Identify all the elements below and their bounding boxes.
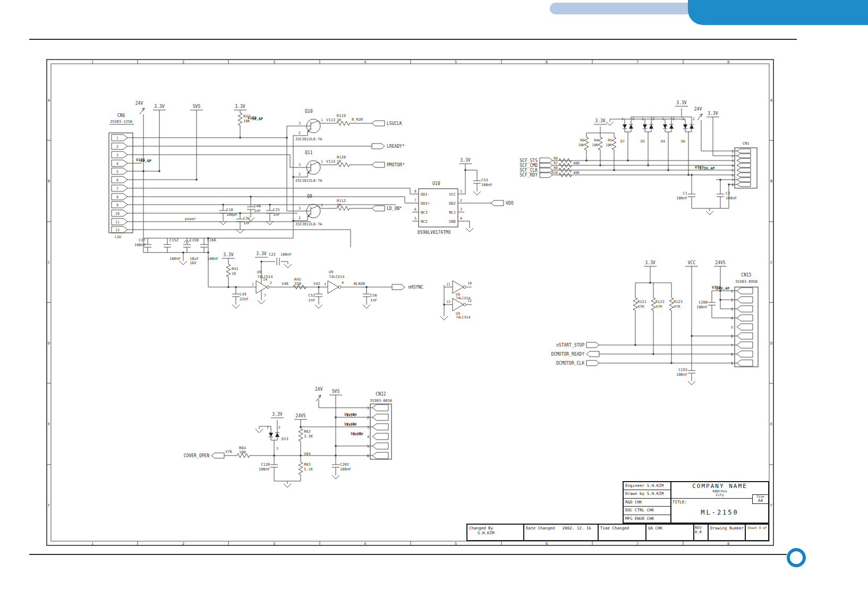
grid-row-label: F (770, 503, 772, 508)
pin-label: 7 (731, 178, 734, 182)
pin-label: 2 (460, 198, 462, 203)
c193-val: 100nF (676, 373, 687, 377)
grid-row-label: E (48, 422, 50, 426)
r121-val: 47K (637, 305, 644, 309)
grid-col-label: 5 (455, 60, 457, 64)
grid-row-label: A (770, 98, 773, 103)
grid-col-label: 8 (727, 60, 729, 64)
rail-3v3: 3.3V (708, 111, 718, 116)
pin-label: 9 (731, 361, 733, 366)
rail-24v: 24V (694, 107, 702, 112)
pin-label: 2 (731, 298, 733, 302)
cn15-part: 35303-0950 (735, 280, 758, 284)
pin-label: 3 (324, 282, 326, 287)
r119-val: 1K (337, 118, 342, 122)
cn6-pin: 9 (116, 203, 118, 207)
port-ldon: LD_ON* (387, 206, 402, 211)
grid-col-label: 6 (546, 60, 548, 64)
r63-ref: R63 (304, 462, 311, 467)
cap-val: 1nF (254, 209, 261, 213)
pin-label: 8 (414, 189, 416, 193)
pin-label: 1 (252, 282, 254, 287)
pin-label: 2 (299, 172, 301, 176)
schematic-page: 1 2 3 4 5 6 7 8 1 2 3 4 5 6 7 8 A B C D … (0, 0, 868, 606)
pin-label: 2 (673, 117, 675, 121)
d7-ref: D7 (620, 139, 625, 144)
rail-3v3: 3.3V (235, 104, 245, 109)
pin-label: 6 (731, 173, 734, 178)
cap-ref: C27 (139, 238, 146, 242)
pin-label: 8 (731, 352, 733, 357)
pin-label: 1 (321, 118, 323, 122)
pin-label: 3 (299, 206, 301, 211)
rail-vcc: VCC (688, 260, 696, 265)
rail-3v3: 3.3V (272, 412, 282, 417)
pin-label: 7 (414, 198, 416, 203)
pin-label: 1 (267, 425, 269, 430)
cn6-name: LSU (115, 235, 122, 239)
grid-row-label: D (770, 341, 772, 346)
port-scf-rdy: SCF_RDY (520, 173, 538, 178)
rail-svs: SVS (193, 104, 201, 109)
cn6-pin: 1 (116, 136, 118, 140)
port-vdo: VDO (506, 201, 514, 206)
cn6-pin: 2 (116, 145, 118, 149)
c200-val: 100nF (696, 305, 708, 309)
drawing-number-cell: Drawing Number (709, 525, 746, 540)
c52-ref: C52 (308, 293, 315, 298)
qa-chk-label: QA CHK (648, 526, 662, 531)
r128-ref: R128 (337, 155, 346, 159)
port-scf-clk: SCF_CLK (520, 168, 538, 173)
time-changed-cell: Time Changed (599, 525, 646, 540)
pin-label: 6 (414, 207, 416, 212)
d13-ref: D13 (282, 437, 288, 441)
r5-ref: R5 (608, 138, 612, 142)
pin-label: 4 (342, 281, 344, 285)
q11-ref: Q11 (305, 150, 313, 155)
c2-ref: C2 (726, 191, 730, 196)
q11-part: 2SC2812L6-TA (295, 179, 322, 183)
pin-name: NC3 (421, 211, 428, 215)
driver-section: Q10 Q11 Q9 2SC2812L6-TA 2SC2812L6-TA 2SC… (287, 109, 405, 238)
c193-ref: C193 (678, 368, 687, 372)
pin-label: 3 (299, 163, 301, 167)
pin-label: 1 (622, 117, 624, 121)
pin-label: 3 (299, 121, 301, 125)
cap-ref: C152 (169, 238, 178, 242)
grid-row-label: B (48, 179, 50, 183)
lsu-section: CN6 35303-1258 LSU 1 2 3 4 5 6 7 8 9 10 … (109, 101, 419, 265)
net-label: 5V,4P (346, 413, 357, 417)
rail-24vs: 24VS (295, 414, 305, 418)
c52-val: 1nF (308, 298, 315, 302)
cap-val: 100pF (226, 213, 237, 217)
port-lready: LREADY* (387, 144, 405, 149)
port-scf-sts: SCF_STS (520, 158, 538, 163)
cap-ref: C21 (243, 216, 250, 221)
pin-label: 2 (652, 117, 654, 121)
grid-col-label: 2 (182, 60, 184, 64)
cap-ref: C40 (254, 204, 261, 208)
rev-value: 0.0 (695, 530, 707, 534)
pin-label: 2 (299, 131, 301, 135)
rev-cell: REV 0.0 (694, 525, 709, 540)
r112-ref: R112 (337, 199, 346, 203)
net-label: V42 (313, 282, 320, 286)
c53-ref: C53 (481, 178, 488, 182)
pin-label: 2 (367, 416, 369, 420)
date-changed-value: 2002. 12. 16 (563, 526, 591, 531)
pin-label: 2 (731, 154, 734, 158)
pin-label: 4 (460, 216, 462, 221)
net-label: 5V,4P (346, 423, 357, 427)
u10-part: DS90LV017ATMX (418, 230, 451, 235)
grid-col-label: 6 (546, 542, 548, 546)
c2-val: 100nF (726, 196, 737, 200)
c49-ref: C49 (240, 292, 246, 297)
net-power: power (185, 217, 196, 221)
pin-label: 2 (278, 425, 280, 430)
drawing-number-label: Drawing Number (710, 526, 744, 531)
title-block-signoff: Engineer S.H.KIM Drawn by S.H.KIM R&D CH… (624, 482, 671, 523)
c56-ref: C56 (370, 293, 377, 298)
rail-3v3: 3.3V (223, 252, 233, 257)
u9-ref: U9 (329, 270, 333, 274)
grid-row-label: E (770, 422, 772, 426)
